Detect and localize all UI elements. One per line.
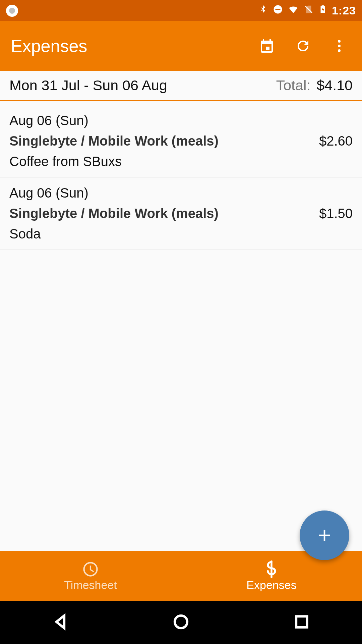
expense-category: Singlebyte / Mobile Work (meals) (9, 133, 219, 149)
dollar-icon (263, 560, 280, 578)
do-not-disturb-icon (273, 4, 283, 17)
nav-expenses-label: Expenses (246, 579, 296, 592)
home-button[interactable] (172, 612, 190, 633)
nav-timesheet[interactable]: Timesheet (0, 551, 181, 601)
expense-description: Coffee from SBuxs (9, 154, 353, 169)
total-value: $4.10 (316, 77, 353, 93)
plus-icon (315, 526, 334, 545)
date-range: Mon 31 Jul - Sun 06 Aug (9, 77, 167, 94)
svg-point-4 (338, 40, 341, 43)
clock-icon (82, 560, 99, 578)
expense-date: Aug 06 (Sun) (9, 185, 353, 201)
expense-amount: $1.50 (319, 206, 353, 221)
page-title: Expenses (11, 36, 257, 56)
wifi-icon (288, 4, 299, 17)
svg-point-5 (338, 45, 341, 47)
expense-list[interactable]: Aug 06 (Sun) Singlebyte / Mobile Work (m… (0, 101, 362, 551)
notification-dot-icon (6, 5, 18, 17)
expense-date: Aug 06 (Sun) (9, 113, 353, 128)
bluetooth-icon (258, 4, 268, 17)
svg-point-7 (175, 615, 187, 628)
nav-timesheet-label: Timesheet (64, 579, 117, 592)
expense-item[interactable]: Aug 06 (Sun) Singlebyte / Mobile Work (m… (0, 177, 362, 250)
app-bar: Expenses (0, 21, 362, 71)
bottom-nav: Timesheet Expenses (0, 551, 362, 601)
device-nav-bar (0, 601, 362, 644)
add-expense-button[interactable] (300, 511, 349, 560)
no-sim-icon (304, 4, 314, 17)
app-bar-actions (257, 37, 351, 55)
expense-category: Singlebyte / Mobile Work (meals) (9, 206, 219, 221)
status-left (6, 5, 258, 17)
summary-total: Total: $4.10 (276, 77, 353, 94)
calendar-icon[interactable] (257, 37, 276, 55)
svg-rect-3 (322, 5, 324, 6)
svg-point-6 (338, 49, 341, 52)
svg-rect-8 (296, 616, 307, 627)
nav-expenses[interactable]: Expenses (181, 551, 362, 601)
more-vert-icon[interactable] (330, 37, 349, 55)
expense-amount: $2.60 (319, 133, 353, 149)
status-right: 1:23 (258, 4, 356, 17)
status-clock: 1:23 (332, 4, 356, 17)
expense-item[interactable]: Aug 06 (Sun) Singlebyte / Mobile Work (m… (0, 105, 362, 177)
expense-description: Soda (9, 226, 353, 241)
back-button[interactable] (51, 612, 70, 633)
battery-charging-icon (318, 4, 327, 17)
total-label: Total: (276, 77, 311, 93)
refresh-icon[interactable] (294, 37, 312, 55)
status-bar: 1:23 (0, 0, 362, 21)
recents-button[interactable] (292, 612, 311, 633)
summary-row: Mon 31 Jul - Sun 06 Aug Total: $4.10 (0, 71, 362, 101)
svg-rect-1 (275, 9, 280, 10)
